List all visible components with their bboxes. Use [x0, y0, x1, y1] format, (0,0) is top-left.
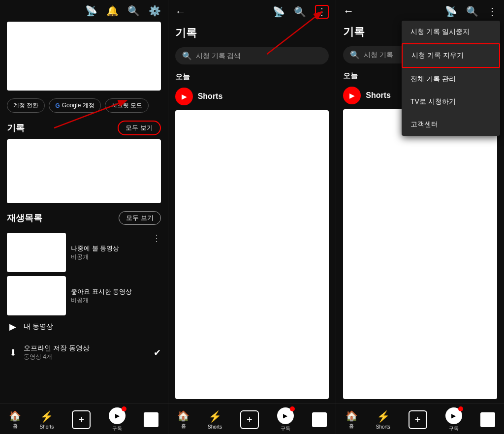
playlist-label-2: 좋아요 표시한 동영상: [71, 287, 132, 296]
shorts-title-2: Shorts: [198, 92, 223, 101]
nav-subscribe-label-1: 구독: [112, 425, 122, 432]
subscribe-dot-2: [290, 406, 295, 411]
playlist-info-2: 좋아요 표시한 동영상 비공개: [71, 276, 132, 315]
panel2-header: ← 📡 🔍 ⋮: [168, 0, 336, 24]
check-icon: ✔: [154, 347, 161, 358]
nav-library-1[interactable]: [144, 412, 158, 427]
nav-subscribe-label-2: 구독: [281, 425, 290, 432]
menu-my-videos[interactable]: ▶ 내 동영상: [0, 315, 168, 338]
nav-home-1[interactable]: 🏠 홈: [9, 410, 21, 430]
panel-1: 📡 🔔 🔍 ⚙️ 계정 전환 G Google 계정 시크릿 모드 기록 모두 …: [0, 0, 168, 434]
cast-icon-3[interactable]: 📡: [445, 5, 457, 17]
playlist-sub-2: 비공개: [71, 296, 132, 305]
playlist-section: 나중에 볼 동영상 비공개 ⋮ 좋아요 표시한 동영상 비공개: [0, 229, 168, 315]
top-video-thumbnail: [7, 22, 161, 91]
nav-add-2[interactable]: +: [240, 410, 259, 429]
home-icon-3: 🏠: [346, 410, 358, 422]
nav-home-label-1: 홈: [13, 423, 18, 430]
menu-offline[interactable]: ⬇ 오프라인 저장 동영상 동영상 4개 ✔: [0, 338, 168, 367]
nav-subscribe-3[interactable]: ▶ 구독: [445, 407, 462, 432]
playlist-info-1: 나중에 볼 동영상 비공개: [71, 233, 119, 272]
nav-subscribe-label-3: 구독: [449, 425, 459, 432]
nav-shorts-2[interactable]: ⚡ Shorts: [208, 410, 222, 430]
nav-library-2[interactable]: [312, 412, 327, 427]
more-icon-2[interactable]: ⋮: [315, 5, 329, 19]
today-label-2: 오늘: [168, 69, 336, 85]
dropdown-manage-history[interactable]: 전체 기록 관리: [402, 68, 500, 91]
more-icon-3[interactable]: ⋮: [487, 5, 497, 17]
search-bar-icon-3: 🔍: [350, 50, 360, 60]
subscribe-icon-3: ▶: [445, 407, 462, 424]
dropdown-watch-on-tv[interactable]: TV로 시청하기: [402, 91, 500, 113]
back-btn-2[interactable]: ←: [175, 5, 186, 18]
back-btn-3[interactable]: ←: [343, 5, 354, 18]
offline-label: 오프라인 저장 동영상: [24, 344, 90, 353]
nav-add-1[interactable]: +: [72, 410, 91, 429]
cast-icon-2[interactable]: 📡: [273, 6, 285, 18]
history-view-all-button[interactable]: 모두 보기: [118, 121, 161, 135]
dropdown-clear-history[interactable]: 시청 기록 지우기: [402, 43, 500, 68]
header-icons-2: 📡 🔍 ⋮: [273, 5, 329, 19]
search-bar-2[interactable]: 🔍 시청 기록 검색: [175, 47, 329, 64]
video-content-3: [343, 109, 497, 399]
playlist-view-all-button[interactable]: 모두 보기: [119, 211, 161, 225]
search-icon[interactable]: 🔍: [127, 5, 140, 17]
panel-2: ← 📡 🔍 ⋮ 기록 🔍 시청 기록 검색 오늘 ▶ Shorts: [168, 0, 337, 434]
cast-icon[interactable]: 📡: [85, 5, 97, 17]
shorts-item-2[interactable]: ▶ Shorts: [168, 85, 336, 110]
offline-sub: 동영상 4개: [24, 353, 90, 361]
incognito-button[interactable]: 시크릿 모드: [105, 98, 149, 113]
search-icon-3[interactable]: 🔍: [466, 5, 478, 17]
nav-library-3[interactable]: [480, 412, 495, 427]
video-icon: ▶: [7, 321, 19, 332]
bottom-nav-panel1: 🏠 홈 ⚡ Shorts + ▶ 구독: [0, 403, 168, 434]
my-videos-label: 내 동영상: [24, 322, 53, 331]
account-switch-button[interactable]: 계정 전환: [7, 98, 45, 113]
library-thumb-3: [480, 412, 495, 427]
panel-3: ← 📡 🔍 ⋮ 시청 기록 일시중지 시청 기록 지우기 전체 기록 관리 TV…: [336, 0, 504, 434]
search-icon-2[interactable]: 🔍: [294, 6, 306, 18]
playlist-row-1: 나중에 볼 동영상 비공개 ⋮: [7, 233, 161, 272]
nav-subscribe-1[interactable]: ▶ 구독: [109, 407, 126, 432]
panel2-title: 기록: [175, 27, 197, 39]
download-icon: ⬇: [7, 347, 19, 358]
library-thumb-1: [144, 412, 158, 427]
shorts-icon-2: ⚡: [208, 410, 221, 423]
search-bar-icon-2: 🔍: [182, 51, 192, 61]
dropdown-help[interactable]: 고객센터: [402, 113, 500, 136]
nav-shorts-3[interactable]: ⚡ Shorts: [376, 410, 390, 430]
dropdown-pause-history[interactable]: 시청 기록 일시중지: [402, 21, 500, 43]
playlist-label-1: 나중에 볼 동영상: [71, 244, 119, 253]
panel3-header: ← 📡 🔍 ⋮: [336, 0, 504, 23]
nav-shorts-label-2: Shorts: [208, 424, 222, 430]
search-bar-text-3: 시청 기록: [364, 51, 393, 60]
playlist-sub-1: 비공개: [71, 253, 119, 261]
library-thumb-2: [312, 412, 327, 427]
google-account-button[interactable]: G Google 계정: [49, 98, 100, 113]
gear-icon[interactable]: ⚙️: [149, 5, 161, 17]
shorts-icon-3: ⚡: [377, 410, 390, 423]
nav-home-label-2: 홈: [181, 423, 186, 430]
google-icon: G: [55, 102, 60, 109]
offline-info: 오프라인 저장 동영상 동영상 4개: [24, 344, 90, 361]
dropdown-menu-3: 시청 기록 일시중지 시청 기록 지우기 전체 기록 관리 TV로 시청하기 고…: [402, 21, 500, 136]
home-icon-1: 🏠: [9, 410, 21, 422]
bottom-nav-panel3: 🏠 홈 ⚡ Shorts + ▶ 구독: [336, 403, 504, 434]
nav-add-3[interactable]: +: [409, 410, 427, 429]
nav-home-3[interactable]: 🏠 홈: [346, 410, 358, 430]
history-video-thumbnail: [7, 139, 161, 203]
subscribe-dot-3: [458, 406, 463, 411]
nav-shorts-1[interactable]: ⚡ Shorts: [39, 410, 54, 430]
home-icon-2: 🏠: [177, 410, 189, 422]
shorts-title-3: Shorts: [366, 91, 391, 100]
history-title: 기록: [7, 122, 25, 134]
video-content-2: [175, 110, 329, 399]
shorts-logo-text-2: ▶: [182, 93, 187, 100]
header-icons-3: 📡 🔍 ⋮: [445, 5, 497, 17]
nav-home-2[interactable]: 🏠 홈: [177, 410, 189, 430]
nav-subscribe-2[interactable]: ▶ 구독: [277, 407, 294, 432]
playlist-more-1[interactable]: ⋮: [152, 233, 161, 272]
nav-home-label-3: 홈: [349, 423, 354, 430]
bell-icon[interactable]: 🔔: [106, 5, 119, 17]
playlist-title: 재생목록: [7, 212, 42, 224]
